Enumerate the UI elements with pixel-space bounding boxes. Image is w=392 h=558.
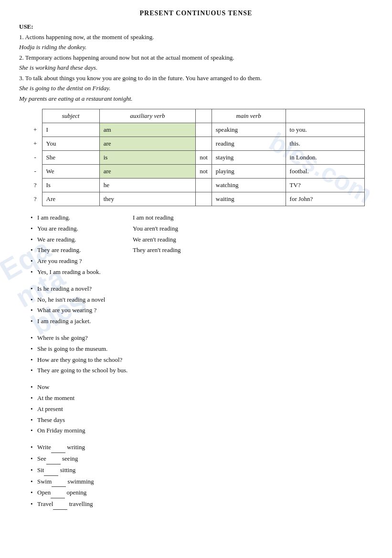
use-example-3a: She is going to the dentist on Friday. [19,84,373,93]
row-complement: in London. [286,151,364,165]
row-neg: not [196,151,212,165]
row-aux: he [99,179,196,192]
row-subject: We [42,165,99,179]
list-item: Travel travelling [29,499,373,510]
list-item: I am reading a jacket. [29,316,373,326]
list-item: We are reading.We aren't reading [29,235,373,245]
list-item: What are you wearing ? [29,305,373,316]
row-complement: for John? [286,192,364,206]
list-item: They are reading.They aren't reading [29,245,373,255]
list-item: See seeing [29,454,373,464]
use-section: USE: 1. Actions happening now, at the mo… [19,22,373,103]
table-row: +Youarereadingthis. [29,137,364,151]
row-marker: + [29,123,42,137]
list-item: Write writing [29,442,373,453]
bullet-section-4: NowAt the momentAt presentThese daysOn F… [29,382,373,436]
use-point-1: 1. Actions happening now, at the moment … [19,32,373,42]
col-main-verb: main verb [212,109,286,123]
row-neg [196,192,212,206]
bullet-section-5: Write writingSee seeingSit sittingSwim s… [29,442,373,510]
row-subject: I [42,123,99,137]
use-point-3: 3. To talk about things you know you are… [19,74,373,83]
verb-blank [51,442,65,453]
list-item: Now [29,382,373,392]
list-item: Where is she going? [29,333,373,343]
row-aux: am [99,123,196,137]
verb-blank [53,499,67,510]
list-item: You are reading.You aren't reading [29,224,373,234]
use-point-2: 2. Temporary actions happening around no… [19,53,373,63]
row-main-verb: reading [212,137,286,151]
row-marker: ? [29,179,42,192]
list-item: Are you reading ? [29,256,373,266]
list-item: At present [29,404,373,414]
row-marker: - [29,151,42,165]
use-label: USE: [19,22,373,32]
col-neg [196,109,212,123]
list-item: Is he reading a novel? [29,284,373,294]
list-item: Yes, I am reading a book. [29,267,373,277]
row-complement: this. [286,137,364,151]
list-item: They are going to the school by bus. [29,366,373,376]
row-aux: is [99,151,196,165]
col-subject: subject [42,109,99,123]
row-aux: are [99,165,196,179]
list-item: She is going to the museum. [29,344,373,354]
verb-blank [52,477,66,487]
verb-blank [51,488,65,498]
page-title: PRESENT CONTINUOUS TENSE [19,10,373,17]
row-neg [196,179,212,192]
col-aux-verb: auxiliary verb [99,109,196,123]
list-item: These days [29,415,373,425]
row-subject: You [42,137,99,151]
row-aux: they [99,192,196,206]
row-neg [196,137,212,151]
row-main-verb: waiting [212,192,286,206]
table-row: +Iamspeakingto you. [29,123,364,137]
table-row: -Wearenotplayingfootbal. [29,165,364,179]
bullet-section-1: I am reading.I am not readingYou are rea… [29,213,373,277]
row-subject: She [42,151,99,165]
table-row: -Sheisnotstayingin London. [29,151,364,165]
row-subject: Are [42,192,99,206]
row-complement: footbal. [286,165,364,179]
row-marker: + [29,137,42,151]
bullet-section-2: Is he reading a novel?No, he isn't readi… [29,284,373,326]
row-aux: are [99,137,196,151]
row-main-verb: playing [212,165,286,179]
row-neg: not [196,165,212,179]
use-example-1: Hodja is riding the donkey. [19,42,373,52]
list-item: Sit sitting [29,465,373,476]
list-item: How are they going to the school? [29,355,373,365]
row-neg [196,123,212,137]
list-item: At the moment [29,393,373,403]
row-main-verb: speaking [212,123,286,137]
use-example-3b: My parents are eating at a restaurant to… [19,94,373,104]
list-item: Open opening [29,488,373,498]
list-item: No, he isn't reading a novel [29,295,373,305]
row-main-verb: watching [212,179,286,192]
table-row: ?Aretheywaitingfor John? [29,192,364,206]
list-item: Swim swimming [29,477,373,487]
bullet-section-3: Where is she going?She is going to the m… [29,333,373,376]
col-complement [286,109,364,123]
use-example-2: She is working hard these days. [19,63,373,73]
row-marker: - [29,165,42,179]
list-item: I am reading.I am not reading [29,213,373,223]
verb-blank [44,465,58,476]
grammar-table: subject auxiliary verb main verb +Iamspe… [29,109,365,206]
row-subject: Is [42,179,99,192]
row-complement: to you. [286,123,364,137]
table-row: ?IshewatchingTV? [29,179,364,192]
row-complement: TV? [286,179,364,192]
row-main-verb: staying [212,151,286,165]
list-item: On Friday morning [29,426,373,436]
verb-blank [46,454,61,464]
row-marker: ? [29,192,42,206]
